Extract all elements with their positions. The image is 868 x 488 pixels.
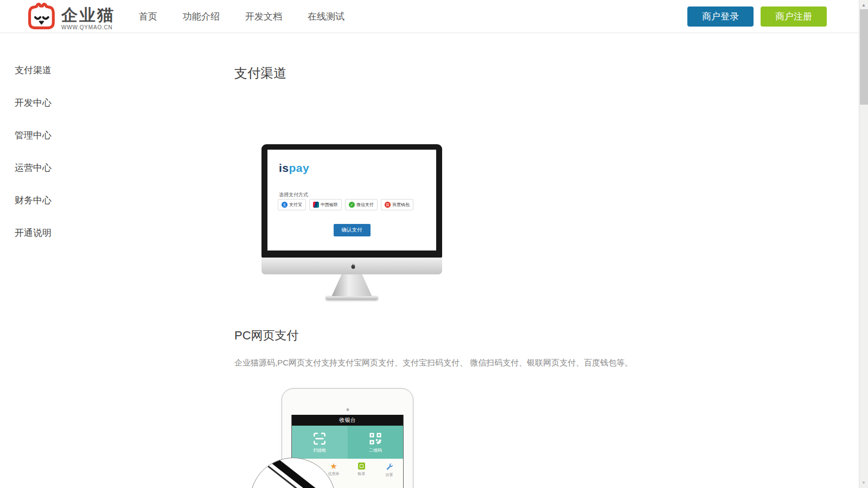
sidebar-item-admin-center[interactable]: 管理中心	[15, 129, 52, 139]
confirm-payment-button[interactable]: 确认支付	[334, 224, 371, 236]
section-title-pc-web-pay: PC网页支付	[234, 328, 299, 344]
payment-method-alipay[interactable]: 支 支付宝	[278, 199, 306, 210]
brand-url: WWW.QYMAO.CN	[61, 24, 115, 30]
sidebar-item-operation-center[interactable]: 运营中心	[15, 162, 52, 171]
brand-text: 企业猫 WWW.QYMAO.CN	[61, 1, 115, 31]
qrcode-panel[interactable]: 二维码	[348, 426, 404, 459]
sidebar-item-activation-guide[interactable]: 开通说明	[15, 227, 52, 236]
ispay-checkout-screen: ispay 选择支付方式 支 支付宝 中国银联 ✓	[267, 150, 436, 251]
merchant-register-button[interactable]: 商户注册	[761, 7, 827, 27]
main-content: 支付渠道 ispay 选择支付方式 支 支付宝	[234, 0, 831, 488]
payment-method-list: 支 支付宝 中国银联 ✓ 微信支付 百 百度钱	[278, 199, 413, 210]
scan-gun-panel[interactable]: 扫描枪	[292, 426, 348, 459]
tablet-illustration: 收银台 扫描枪	[282, 388, 413, 488]
page: 企业猫 WWW.QYMAO.CN 首页 功能介绍 开发文档 在线测试 商户登录 …	[0, 0, 868, 488]
payment-method-baidu-wallet[interactable]: 百 百度钱包	[381, 199, 413, 210]
sidebar-item-finance-center[interactable]: 财务中心	[15, 194, 52, 204]
qrcode-icon	[368, 432, 382, 446]
header-buttons: 商户登录 商户注册	[687, 7, 827, 27]
cashier-title-bar: 收银台	[292, 415, 403, 426]
imac-stand	[332, 274, 372, 296]
alipay-icon: 支	[282, 202, 288, 208]
main-nav: 首页 功能介绍 开发文档 在线测试	[139, 0, 344, 33]
choose-payment-label: 选择支付方式	[279, 191, 308, 198]
nav-item-home[interactable]: 首页	[139, 10, 157, 23]
page-title: 支付渠道	[234, 65, 286, 82]
ispay-logo: ispay	[279, 162, 309, 175]
brand-name: 企业猫	[61, 6, 115, 24]
sidebar: 支付渠道 开发中心 管理中心 运营中心 财务中心 开通说明	[15, 64, 52, 259]
imac-base	[326, 296, 378, 300]
baidu-wallet-icon: 百	[385, 202, 391, 208]
imac-screen-bezel: ispay 选择支付方式 支 支付宝 中国银联 ✓	[261, 144, 442, 258]
header: 企业猫 WWW.QYMAO.CN 首页 功能介绍 开发文档 在线测试 商户登录 …	[0, 0, 868, 33]
bill-tool[interactable]: 账单	[348, 463, 375, 488]
imac-illustration: ispay 选择支付方式 支 支付宝 中国银联 ✓	[261, 144, 442, 300]
vertical-scrollbar[interactable]: ▲ ▼	[859, 0, 868, 488]
unionpay-icon	[313, 202, 319, 208]
brand-logo[interactable]: 企业猫 WWW.QYMAO.CN	[25, 1, 115, 31]
wechat-pay-icon: ✓	[349, 202, 355, 208]
tablet-camera-dot	[346, 408, 349, 411]
apple-logo-icon	[348, 262, 355, 270]
merchant-login-button[interactable]: 商户登录	[687, 7, 754, 27]
nav-item-docs[interactable]: 开发文档	[245, 10, 282, 23]
sidebar-item-payment-channels[interactable]: 支付渠道	[15, 64, 52, 74]
wrench-icon	[385, 463, 393, 471]
sidebar-item-dev-center[interactable]: 开发中心	[15, 97, 52, 106]
nav-item-features[interactable]: 功能介绍	[183, 10, 220, 23]
scrollbar-thumb[interactable]	[860, 9, 868, 105]
bill-icon	[358, 463, 365, 470]
scrollbar-down-icon[interactable]: ▼	[859, 480, 868, 485]
cashier-panels: 扫描枪 二维码	[292, 426, 403, 459]
section-description: 企业猫源码,PC网页支付支持支付宝网页支付、支付宝扫码支付、 微信扫码支付、银联…	[234, 358, 658, 368]
scan-frame-icon	[312, 432, 327, 446]
nav-item-online-test[interactable]: 在线测试	[308, 10, 344, 23]
scrollbar-up-icon[interactable]: ▲	[859, 3, 868, 8]
settings-tool[interactable]: 设置	[375, 463, 403, 488]
payment-method-unionpay[interactable]: 中国银联	[309, 199, 342, 210]
cat-logo-icon	[25, 1, 58, 31]
coupon-star-icon: ★	[330, 463, 337, 470]
payment-method-wechat[interactable]: ✓ 微信支付	[345, 199, 378, 210]
imac-chin	[261, 258, 442, 274]
